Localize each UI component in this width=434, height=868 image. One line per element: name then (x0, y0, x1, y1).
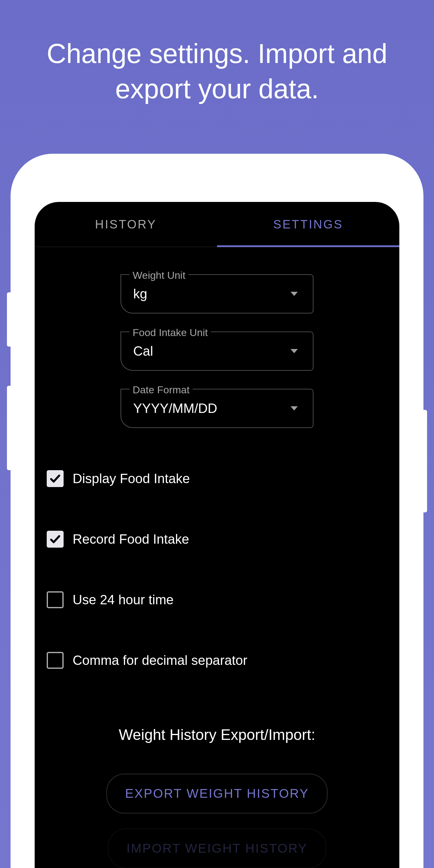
checkmark-icon (49, 472, 61, 485)
date-format-value: YYYY/MM/DD (133, 401, 217, 416)
chevron-down-icon (290, 406, 298, 410)
tab-settings[interactable]: SETTINGS (217, 202, 399, 247)
export-import-heading: Weight History Export/Import: (35, 669, 399, 774)
display-food-checkbox[interactable] (47, 470, 64, 487)
chevron-down-icon (290, 292, 298, 296)
food-unit-value: Cal (133, 344, 153, 359)
phone-power-button (424, 410, 427, 513)
export-weight-button[interactable]: EXPORT WEIGHT HISTORY (106, 774, 328, 813)
food-unit-field: Food Intake Unit Cal (121, 332, 313, 371)
tab-bar: HISTORY SETTINGS (35, 202, 399, 247)
record-food-checkbox-row[interactable]: Record Food Intake (41, 531, 393, 548)
display-food-checkbox-row[interactable]: Display Food Intake (41, 470, 393, 487)
date-format-label: Date Format (130, 384, 193, 396)
weight-unit-label: Weight Unit (130, 270, 188, 281)
checkmark-icon (49, 533, 61, 545)
weight-unit-field: Weight Unit kg (121, 274, 313, 313)
chevron-down-icon (290, 349, 298, 353)
comma-decimal-checkbox[interactable] (47, 652, 64, 669)
phone-volume-button (7, 386, 10, 470)
record-food-checkbox[interactable] (47, 531, 64, 548)
phone-screen: HISTORY SETTINGS Weight Unit kg Food Int… (35, 202, 399, 868)
phone-volume-button (7, 292, 10, 347)
weight-unit-value: kg (133, 286, 147, 301)
24hour-checkbox[interactable] (47, 591, 64, 608)
tab-history[interactable]: HISTORY (35, 202, 217, 247)
record-food-label: Record Food Intake (73, 532, 189, 547)
comma-decimal-checkbox-row[interactable]: Comma for decimal separator (41, 652, 393, 669)
phone-mockup: HISTORY SETTINGS Weight Unit kg Food Int… (10, 154, 424, 868)
comma-decimal-label: Comma for decimal separator (73, 653, 247, 668)
food-unit-label: Food Intake Unit (130, 327, 211, 338)
import-weight-button[interactable]: IMPORT WEIGHT HISTORY (108, 829, 327, 868)
24hour-checkbox-row[interactable]: Use 24 hour time (41, 591, 393, 608)
promo-heading: Change settings. Import and export your … (0, 0, 434, 107)
date-format-field: Date Format YYYY/MM/DD (121, 389, 313, 428)
24hour-label: Use 24 hour time (73, 592, 174, 607)
display-food-label: Display Food Intake (73, 471, 190, 486)
